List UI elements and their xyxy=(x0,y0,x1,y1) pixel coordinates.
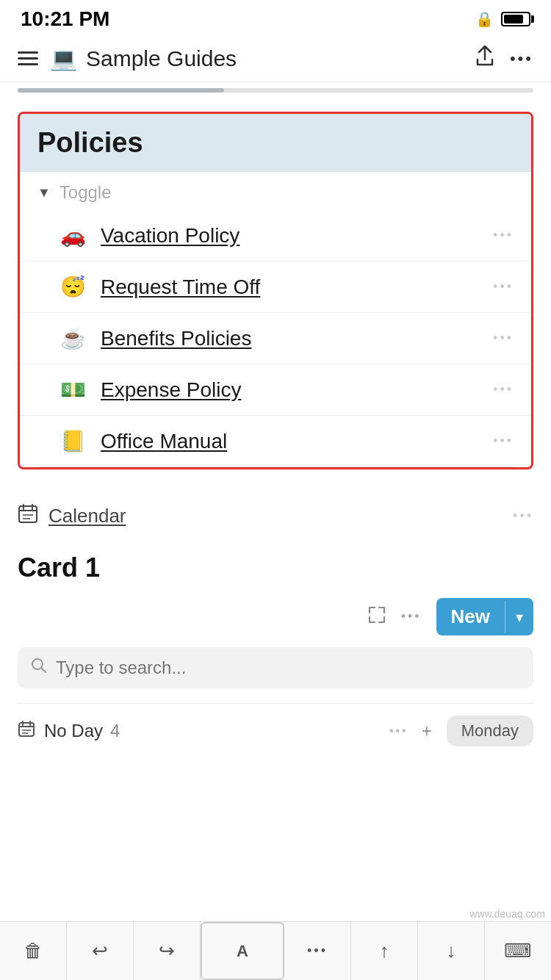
benefits-emoji: ☕ xyxy=(58,326,87,350)
no-day-more-icon[interactable]: ••• xyxy=(389,724,408,738)
request-time-off-emoji: 😴 xyxy=(58,275,87,299)
policy-item-office-manual[interactable]: 📒 Office Manual ••• xyxy=(20,416,531,466)
watermark: www.deuaq.com xyxy=(469,908,545,920)
toggle-row[interactable]: ▼ Toggle xyxy=(20,172,531,210)
undo-button[interactable]: ↩ xyxy=(67,922,134,980)
keyboard-button[interactable]: ⌨ xyxy=(485,922,551,980)
request-time-off-more-icon[interactable]: ••• xyxy=(493,279,514,295)
policies-title: Policies xyxy=(37,127,143,158)
battery-fill xyxy=(504,15,523,24)
no-day-plus-icon[interactable]: + xyxy=(422,721,432,741)
expense-label: Expense Policy xyxy=(101,378,493,402)
svg-rect-0 xyxy=(19,506,37,522)
status-time: 10:21 PM xyxy=(21,7,109,31)
calendar-row[interactable]: Calendar ••• xyxy=(18,491,533,535)
search-icon xyxy=(31,657,47,678)
no-day-label: No Day xyxy=(44,721,103,741)
office-manual-more-icon[interactable]: ••• xyxy=(493,433,514,449)
monday-badge[interactable]: Monday xyxy=(447,716,533,746)
card-toolbar: ••• New ▾ xyxy=(18,598,533,647)
policies-divider xyxy=(37,466,514,467)
new-button-caret[interactable]: ▾ xyxy=(505,601,533,633)
card-toolbar-more-icon[interactable]: ••• xyxy=(401,609,422,624)
svg-line-7 xyxy=(41,668,46,672)
benefits-more-icon[interactable]: ••• xyxy=(493,331,514,346)
main-content: Policies ▼ Toggle 🚗 Vacation Policy ••• … xyxy=(0,98,551,758)
toggle-arrow-icon: ▼ xyxy=(37,185,51,201)
vacation-more-icon[interactable]: ••• xyxy=(493,228,514,243)
request-time-off-label: Request Time Off xyxy=(101,275,493,299)
policy-item-request-time-off[interactable]: 😴 Request Time Off ••• xyxy=(20,262,531,313)
expand-icon[interactable] xyxy=(367,605,386,629)
benefits-label: Benefits Policies xyxy=(101,327,493,350)
new-button-label: New xyxy=(436,598,505,635)
policy-item-benefits[interactable]: ☕ Benefits Policies ••• xyxy=(20,313,531,364)
policies-list: 🚗 Vacation Policy ••• 😴 Request Time Off… xyxy=(20,210,531,466)
status-bar: 10:21 PM 🔒 xyxy=(0,0,551,35)
lock-icon: 🔒 xyxy=(475,10,494,28)
header-title: Sample Guides xyxy=(86,46,475,71)
hamburger-line-2 xyxy=(18,57,38,60)
calendar-section: Calendar ••• xyxy=(18,491,533,542)
no-day-icon xyxy=(18,720,35,742)
trash-button[interactable]: 🗑 xyxy=(0,922,67,980)
policies-header: Policies xyxy=(20,114,531,172)
no-day-count: 4 xyxy=(110,721,389,741)
new-button[interactable]: New ▾ xyxy=(436,598,533,635)
battery-icon xyxy=(501,12,530,26)
format-button[interactable]: A xyxy=(201,922,284,980)
more-options-button[interactable]: ••• xyxy=(284,922,351,980)
scroll-thumb xyxy=(18,88,224,93)
policy-item-vacation[interactable]: 🚗 Vacation Policy ••• xyxy=(20,210,531,262)
vacation-policy-label: Vacation Policy xyxy=(101,224,493,248)
office-manual-emoji: 📒 xyxy=(58,429,87,453)
header-more-icon[interactable]: ••• xyxy=(510,49,533,68)
toggle-label: Toggle xyxy=(60,182,112,203)
scroll-down-button[interactable]: ↓ xyxy=(418,922,485,980)
office-manual-label: Office Manual xyxy=(101,430,493,453)
vacation-emoji: 🚗 xyxy=(58,223,87,248)
hamburger-line-1 xyxy=(18,51,38,54)
card-title: Card 1 xyxy=(18,550,533,598)
policies-section: Policies ▼ Toggle 🚗 Vacation Policy ••• … xyxy=(18,112,533,469)
calendar-more-icon[interactable]: ••• xyxy=(513,508,533,524)
expense-emoji: 💵 xyxy=(58,378,87,402)
header: 💻 Sample Guides ••• xyxy=(0,35,551,82)
menu-icon[interactable] xyxy=(18,51,38,65)
redo-button[interactable]: ↪ xyxy=(134,922,201,980)
hamburger-line-3 xyxy=(18,63,38,65)
calendar-icon xyxy=(18,503,38,529)
no-day-row: No Day 4 ••• + Monday xyxy=(18,703,533,758)
scroll-indicator xyxy=(18,88,533,93)
share-icon[interactable] xyxy=(475,45,495,72)
policy-item-expense[interactable]: 💵 Expense Policy ••• xyxy=(20,364,531,416)
svg-rect-8 xyxy=(19,723,34,736)
laptop-icon: 💻 xyxy=(50,46,77,71)
search-input[interactable] xyxy=(56,657,520,678)
expense-more-icon[interactable]: ••• xyxy=(493,382,514,397)
bottom-toolbar: 🗑 ↩ ↪ A ••• ↑ ↓ ⌨ xyxy=(0,921,551,980)
search-bar xyxy=(18,647,533,688)
scroll-up-button[interactable]: ↑ xyxy=(351,922,418,980)
status-icons: 🔒 xyxy=(475,10,530,28)
calendar-label: Calendar xyxy=(48,505,513,527)
